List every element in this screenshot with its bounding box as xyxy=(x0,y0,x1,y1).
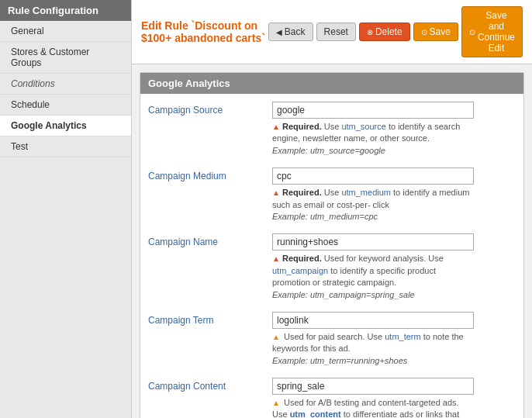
campaign-medium-field: ▲ Required. Use utm_medium to identify a… xyxy=(272,168,516,223)
campaign-content-input[interactable] xyxy=(272,378,474,395)
back-button[interactable]: ◀ Back xyxy=(268,22,313,41)
form-table: Campaign Source ▲ Required. Use utm_sour… xyxy=(140,94,523,418)
page-wrapper: Rule Configuration General Stores & Cust… xyxy=(0,0,532,418)
delete-icon: ⊗ xyxy=(367,28,373,36)
utm-campaign-link: utm_campaign xyxy=(272,266,328,275)
warning-icon-2: ▲ xyxy=(272,399,280,407)
page-title: Edit Rule `Discount on $100+ abandoned c… xyxy=(141,19,268,44)
campaign-content-row: Campaign Content ▲ Used for A/B testing … xyxy=(148,378,516,418)
campaign-medium-note: ▲ Required. Use utm_medium to identify a… xyxy=(272,187,474,223)
campaign-medium-row: Campaign Medium ▲ Required. Use utm_medi… xyxy=(148,168,516,223)
sidebar: Rule Configuration General Stores & Cust… xyxy=(0,0,132,418)
campaign-name-field: ▲ Required. Used for keyword analysis. U… xyxy=(272,233,516,301)
required-icon-2: ▲ xyxy=(272,188,280,197)
campaign-medium-label: Campaign Medium xyxy=(148,168,272,181)
section-header: Google Analytics xyxy=(140,73,523,94)
sidebar-title: Rule Configuration xyxy=(0,0,131,21)
campaign-content-field: ▲ Used for A/B testing and content-targe… xyxy=(272,378,516,418)
campaign-term-input[interactable] xyxy=(272,312,474,329)
sidebar-item-stores-customer-groups[interactable]: Stores & Customer Groups xyxy=(0,42,131,74)
sidebar-item-general[interactable]: General xyxy=(0,21,131,42)
campaign-name-row: Campaign Name ▲ Required. Used for keywo… xyxy=(148,233,516,301)
campaign-name-note: ▲ Required. Used for keyword analysis. U… xyxy=(272,253,474,301)
save-button[interactable]: ⊙ Save xyxy=(413,22,458,41)
campaign-content-note: ▲ Used for A/B testing and content-targe… xyxy=(272,397,474,418)
reset-button[interactable]: Reset xyxy=(316,22,356,41)
save-continue-button[interactable]: ⊙ Save and Continue Edit xyxy=(461,6,523,57)
save-icon: ⊙ xyxy=(421,28,427,36)
campaign-source-input[interactable] xyxy=(272,102,474,119)
campaign-term-field: ▲ Used for paid search. Use utm_term to … xyxy=(272,312,516,367)
campaign-term-note: ▲ Used for paid search. Use utm_term to … xyxy=(272,331,474,367)
utm-content-link: utm_content xyxy=(290,409,341,418)
delete-button[interactable]: ⊗ Delete xyxy=(359,22,410,41)
sidebar-item-conditions[interactable]: Conditions xyxy=(0,74,131,95)
required-icon-3: ▲ xyxy=(272,254,280,263)
back-icon: ◀ xyxy=(276,28,282,36)
campaign-medium-input[interactable] xyxy=(272,168,474,185)
warning-icon: ▲ xyxy=(272,333,280,341)
campaign-name-input[interactable] xyxy=(272,233,474,250)
campaign-source-field: ▲ Required. Use utm_source to identify a… xyxy=(272,102,516,157)
sidebar-item-google-analytics[interactable]: Google Analytics xyxy=(0,116,131,136)
header-buttons: ◀ Back Reset ⊗ Delete ⊙ Save ⊙ Save and … xyxy=(268,6,523,57)
header: Edit Rule `Discount on $100+ abandoned c… xyxy=(132,0,532,64)
save-continue-icon: ⊙ xyxy=(469,28,475,36)
utm-term-link: utm_term xyxy=(385,332,420,341)
required-icon: ▲ xyxy=(272,123,280,131)
campaign-name-label: Campaign Name xyxy=(148,233,272,247)
campaign-term-row: Campaign Term ▲ Used for paid search. Us… xyxy=(148,312,516,367)
campaign-content-label: Campaign Content xyxy=(148,378,272,392)
utm-medium-link: utm_medium xyxy=(341,188,391,197)
sidebar-item-schedule[interactable]: Schedule xyxy=(0,95,131,116)
utm-source-link: utm_source xyxy=(341,122,385,131)
campaign-source-note: ▲ Required. Use utm_source to identify a… xyxy=(272,121,474,157)
campaign-source-label: Campaign Source xyxy=(148,102,272,116)
campaign-source-row: Campaign Source ▲ Required. Use utm_sour… xyxy=(148,102,516,157)
content-area: Google Analytics Campaign Source ▲ Requi… xyxy=(132,64,532,418)
google-analytics-section: Google Analytics Campaign Source ▲ Requi… xyxy=(140,72,524,418)
campaign-term-label: Campaign Term xyxy=(148,312,272,326)
main-content: Edit Rule `Discount on $100+ abandoned c… xyxy=(132,0,532,418)
sidebar-item-test[interactable]: Test xyxy=(0,136,131,157)
